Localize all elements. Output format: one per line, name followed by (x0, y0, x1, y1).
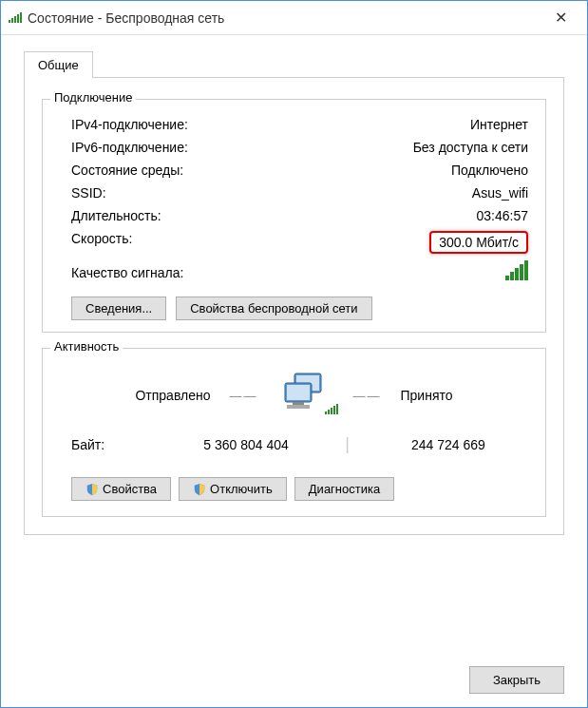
received-label: Принято (401, 388, 453, 403)
wireless-properties-button[interactable]: Свойства беспроводной сети (176, 297, 371, 320)
signal-strength-icon (505, 261, 528, 283)
ipv6-value: Без доступа к сети (413, 140, 528, 155)
duration-row: Длительность: 03:46:57 (54, 204, 534, 227)
dialog-footer: Закрыть (469, 666, 564, 694)
dash-left: —— (230, 389, 258, 403)
ipv6-row: IPv6-подключение: Без доступа к сети (54, 136, 534, 159)
properties-button-label: Свойства (103, 482, 157, 496)
bytes-row: Байт: 5 360 804 404 | 244 724 669 (54, 429, 534, 460)
bytes-sent-value: 5 360 804 404 (166, 437, 326, 452)
activity-buttons: Свойства Отключить Диагностика (54, 460, 534, 505)
connection-group: Подключение IPv4-подключение: Интернет I… (42, 99, 546, 333)
ipv4-label: IPv4-подключение: (71, 117, 188, 132)
activity-group-title: Активность (50, 339, 123, 354)
connection-buttons: Сведения... Свойства беспроводной сети (54, 287, 534, 320)
ssid-row: SSID: Asus_wifi (54, 182, 534, 204)
activity-graphic: Отправлено —— (54, 362, 534, 429)
wifi-icon (9, 10, 22, 26)
activity-group: Активность Отправлено —— (42, 348, 546, 517)
signal-row: Качество сигнала: (54, 258, 534, 287)
tab-general[interactable]: Общие (24, 51, 93, 78)
properties-button[interactable]: Свойства (71, 477, 171, 501)
titlebar: Состояние - Беспроводная сеть ✕ (1, 1, 587, 35)
media-value: Подключено (451, 163, 528, 178)
svg-rect-4 (293, 402, 304, 405)
disable-button[interactable]: Отключить (179, 477, 287, 501)
close-button[interactable]: Закрыть (469, 666, 564, 694)
bytes-label: Байт: (71, 437, 166, 452)
svg-rect-3 (287, 385, 310, 400)
shield-icon (85, 483, 99, 496)
window-title: Состояние - Беспроводная сеть (28, 10, 541, 26)
ipv6-label: IPv6-подключение: (71, 140, 188, 155)
content-area: Общие Подключение IPv4-подключение: Инте… (1, 35, 587, 550)
status-dialog: Состояние - Беспроводная сеть ✕ Общие По… (0, 0, 588, 708)
speed-value: 300.0 Мбит/с (429, 231, 528, 254)
computer-icon (277, 372, 334, 419)
tab-strip: Общие (24, 50, 564, 77)
connection-group-title: Подключение (50, 90, 136, 105)
ipv4-row: IPv4-подключение: Интернет (54, 113, 534, 136)
media-label: Состояние среды: (71, 163, 183, 178)
details-button[interactable]: Сведения... (71, 297, 166, 320)
tab-panel: Подключение IPv4-подключение: Интернет I… (24, 77, 564, 535)
bytes-separator: | (326, 434, 369, 454)
close-icon[interactable]: ✕ (541, 4, 579, 32)
sent-label: Отправлено (135, 388, 210, 403)
duration-value: 03:46:57 (477, 208, 529, 223)
svg-rect-5 (287, 405, 310, 409)
ssid-value: Asus_wifi (472, 185, 528, 201)
signal-overlay-icon (325, 403, 338, 417)
dash-right: —— (353, 389, 382, 403)
diagnose-button[interactable]: Диагностика (294, 477, 394, 501)
shield-icon (193, 483, 206, 496)
speed-label: Скорость: (71, 231, 132, 254)
speed-row: Скорость: 300.0 Мбит/с (54, 227, 534, 258)
media-state-row: Состояние среды: Подключено (54, 159, 534, 182)
signal-label: Качество сигнала: (71, 265, 183, 280)
disable-button-label: Отключить (210, 482, 273, 496)
bytes-received-value: 244 724 669 (369, 437, 528, 452)
duration-label: Длительность: (71, 208, 161, 223)
ssid-label: SSID: (71, 185, 106, 201)
ipv4-value: Интернет (470, 117, 528, 132)
